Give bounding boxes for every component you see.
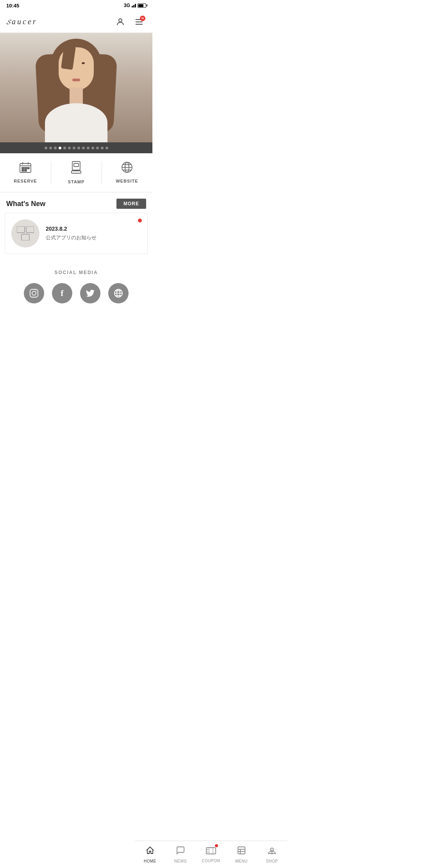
- app-logo: 𝓢aucer: [6, 17, 38, 26]
- whats-new-section: What's New MORE 2023.8.2 公式アプリのお知らせ: [0, 192, 152, 254]
- svg-rect-15: [72, 171, 81, 173]
- carousel-dots: [0, 142, 152, 153]
- carousel-dot[interactable]: [96, 147, 99, 149]
- network-indicator: 3G: [124, 3, 130, 8]
- svg-rect-10: [27, 167, 29, 169]
- carousel-dot[interactable]: [82, 147, 85, 149]
- news-card[interactable]: 2023.8.2 公式アプリのお知らせ: [5, 213, 148, 254]
- carousel-dot[interactable]: [68, 147, 71, 149]
- social-icons-row: f: [24, 283, 129, 303]
- svg-rect-11: [22, 170, 24, 171]
- status-bar: 10:45 3G: [0, 0, 152, 11]
- signal-icon: [132, 4, 136, 7]
- status-time: 10:45: [6, 3, 19, 9]
- carousel-dot[interactable]: [54, 147, 57, 149]
- instagram-button[interactable]: [24, 283, 44, 303]
- website-social-button[interactable]: [108, 283, 129, 303]
- svg-rect-12: [25, 170, 27, 171]
- social-media-section: SOCIAL MEDIA f: [0, 260, 152, 313]
- svg-point-26: [36, 291, 37, 292]
- svg-point-25: [32, 291, 36, 295]
- hero-section: [0, 33, 152, 142]
- news-thumbnail: [11, 219, 39, 247]
- carousel-dot[interactable]: [87, 147, 89, 149]
- website-label: WEBSITE: [116, 179, 138, 183]
- website-icon: [122, 162, 132, 176]
- carousel-dot[interactable]: [101, 147, 104, 149]
- news-text: 公式アプリのお知らせ: [46, 234, 141, 241]
- status-icons: 3G: [124, 3, 146, 8]
- twitter-button[interactable]: [80, 283, 100, 303]
- stamp-button[interactable]: STAMP: [51, 153, 102, 192]
- carousel-dot[interactable]: [91, 147, 94, 149]
- svg-rect-9: [25, 167, 27, 169]
- menu-button[interactable]: N: [132, 15, 146, 29]
- news-content: 2023.8.2 公式アプリのお知らせ: [46, 226, 141, 241]
- news-unread-dot: [138, 219, 142, 222]
- stamp-icon: [71, 161, 82, 176]
- reserve-button[interactable]: RESERVE: [0, 153, 51, 192]
- action-buttons: RESERVE STAMP WEBSITE: [0, 153, 152, 192]
- stamp-label: STAMP: [68, 179, 85, 184]
- carousel-dot[interactable]: [106, 147, 108, 149]
- svg-point-0: [119, 19, 122, 22]
- svg-rect-21: [17, 226, 25, 233]
- social-media-label: SOCIAL MEDIA: [54, 270, 98, 275]
- carousel-dot[interactable]: [45, 147, 47, 149]
- section-title: What's New: [6, 200, 45, 208]
- svg-rect-14: [74, 163, 79, 167]
- more-button[interactable]: MORE: [116, 199, 146, 209]
- carousel-dot[interactable]: [73, 147, 75, 149]
- facebook-button[interactable]: f: [52, 283, 72, 303]
- svg-rect-22: [26, 226, 34, 233]
- carousel-dot[interactable]: [63, 147, 66, 149]
- reserve-label: RESERVE: [14, 179, 37, 183]
- svg-rect-24: [30, 289, 38, 297]
- carousel-dot[interactable]: [77, 147, 80, 149]
- svg-rect-23: [21, 234, 29, 240]
- svg-rect-13: [72, 161, 80, 170]
- notification-badge: N: [140, 16, 145, 21]
- reserve-icon: [20, 162, 31, 176]
- carousel-dot[interactable]: [59, 147, 61, 149]
- profile-button[interactable]: [113, 15, 127, 29]
- svg-rect-8: [22, 167, 24, 169]
- carousel-dot[interactable]: [49, 147, 52, 149]
- battery-icon: [138, 4, 146, 8]
- news-date: 2023.8.2: [46, 226, 141, 232]
- app-header: 𝓢aucer N: [0, 11, 152, 33]
- website-button[interactable]: WEBSITE: [102, 153, 152, 192]
